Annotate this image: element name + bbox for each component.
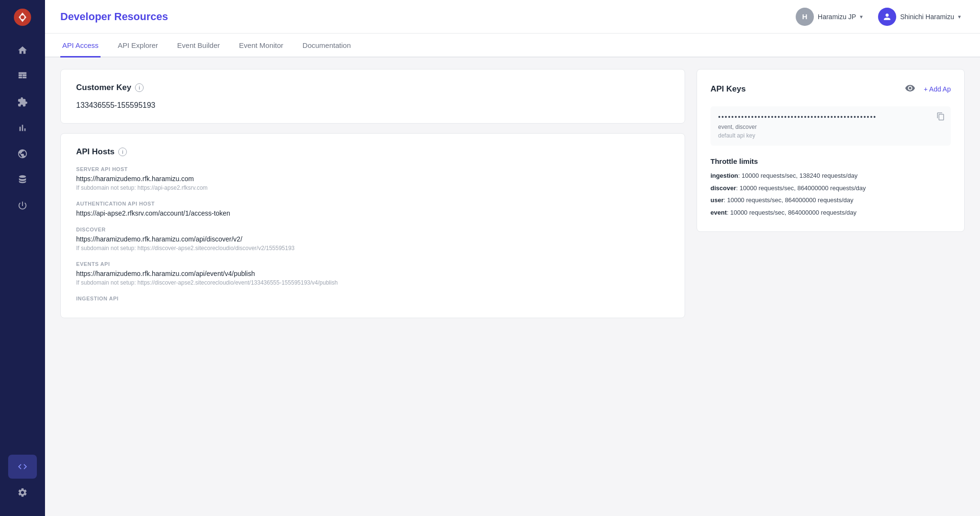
tab-event-monitor[interactable]: Event Monitor	[237, 34, 285, 57]
header-right: H Haramizu JP ▾ Shinichi Haramizu ▾	[792, 6, 965, 28]
add-api-key-button[interactable]: + Add Ap	[924, 85, 951, 93]
main-content: Developer Resources H Haramizu JP ▾ Shin…	[45, 0, 980, 516]
toggle-visibility-button[interactable]	[903, 81, 917, 97]
sidebar-item-plugin[interactable]	[8, 194, 37, 218]
throttle-discover-label: discover	[710, 184, 736, 192]
svg-point-1	[21, 15, 24, 19]
throttle-ingestion-value: 10000 requests/sec, 138240 requests/day	[742, 172, 857, 179]
user-avatar	[878, 8, 896, 26]
api-keys-card: API Keys + Add Ap ••••••••••••••••••••••…	[697, 69, 965, 232]
events-api-note: If subdomain not setup: https://discover…	[76, 279, 669, 286]
customer-key-label: Customer Key	[76, 83, 131, 92]
throttle-discover-value: 10000 requests/sec, 864000000 requests/d…	[740, 184, 866, 192]
sidebar	[0, 0, 45, 516]
right-panel: API Keys + Add Ap ••••••••••••••••••••••…	[697, 69, 965, 232]
ingestion-api-label: INGESTION API	[76, 296, 669, 301]
sidebar-item-settings[interactable]	[8, 481, 37, 505]
api-keys-title: API Keys	[710, 84, 746, 94]
sidebar-item-puzzle[interactable]	[8, 90, 37, 114]
svg-point-2	[19, 175, 26, 178]
api-hosts-info-icon[interactable]: i	[118, 148, 127, 156]
logo	[11, 6, 34, 29]
tab-api-access[interactable]: API Access	[60, 34, 101, 57]
events-api-value: https://haramizudemo.rfk.haramizu.com/ap…	[76, 270, 669, 277]
left-column: Customer Key i 133436555-155595193 API H…	[60, 69, 685, 318]
throttle-event-label: event	[710, 209, 727, 216]
api-hosts-label: API Hosts	[76, 147, 114, 157]
org-name: Haramizu JP	[818, 13, 856, 21]
sidebar-item-database[interactable]	[8, 168, 37, 192]
api-keys-header: API Keys + Add Ap	[710, 81, 951, 97]
throttle-ingestion: ingestion: 10000 requests/sec, 138240 re…	[710, 171, 951, 181]
api-key-name: default api key	[718, 132, 943, 139]
sidebar-item-home[interactable]	[8, 38, 37, 62]
sidebar-item-table[interactable]	[8, 64, 37, 88]
user-chevron-icon: ▾	[958, 13, 961, 20]
sidebar-item-code[interactable]	[8, 455, 37, 479]
org-switcher[interactable]: H Haramizu JP ▾	[792, 6, 867, 28]
auth-api-host-value: https://api-apse2.rfksrv.com/account/1/a…	[76, 209, 669, 217]
throttle-user: user: 10000 requests/sec, 864000000 requ…	[710, 195, 951, 205]
sidebar-bottom	[8, 455, 37, 510]
tab-api-explorer[interactable]: API Explorer	[116, 34, 160, 57]
org-chevron-icon: ▾	[860, 13, 863, 20]
user-name: Shinichi Haramizu	[900, 13, 954, 21]
content-area: Customer Key i 133436555-155595193 API H…	[45, 57, 980, 516]
page-title: Developer Resources	[60, 11, 168, 23]
tabs-bar: API Access API Explorer Event Builder Ev…	[45, 34, 980, 57]
throttle-limits-section: Throttle limits ingestion: 10000 request…	[710, 157, 951, 217]
api-keys-actions: + Add Ap	[903, 81, 951, 97]
discover-note: If subdomain not setup: https://discover…	[76, 245, 669, 252]
server-api-host-value: https://haramizudemo.rfk.haramizu.com	[76, 175, 669, 183]
customer-key-info-icon[interactable]: i	[135, 83, 144, 92]
tab-event-builder[interactable]: Event Builder	[175, 34, 222, 57]
api-key-masked-value: ••••••••••••••••••••••••••••••••••••••••…	[718, 113, 943, 121]
throttle-user-label: user	[710, 196, 723, 204]
header: Developer Resources H Haramizu JP ▾ Shin…	[45, 0, 980, 34]
sidebar-nav	[0, 38, 45, 455]
sidebar-item-chart[interactable]	[8, 116, 37, 140]
throttle-user-value: 10000 requests/sec, 864000000 requests/d…	[727, 196, 854, 204]
discover-value: https://haramizudemo.rfk.haramizu.com/ap…	[76, 235, 669, 243]
server-api-host-label: SERVER API HOST	[76, 166, 669, 172]
customer-key-card: Customer Key i 133436555-155595193	[60, 69, 685, 124]
org-avatar: H	[796, 8, 814, 26]
api-hosts-title: API Hosts i	[76, 147, 669, 157]
throttle-event-value: 10000 requests/sec, 864000000 requests/d…	[730, 209, 856, 216]
throttle-event: event: 10000 requests/sec, 864000000 req…	[710, 208, 951, 218]
auth-api-host-label: AUTHENTICATION API HOST	[76, 201, 669, 206]
api-key-tags: event, discover	[718, 124, 943, 130]
user-switcher[interactable]: Shinichi Haramizu ▾	[874, 6, 965, 28]
tab-documentation[interactable]: Documentation	[301, 34, 353, 57]
sidebar-item-globe[interactable]	[8, 142, 37, 166]
customer-key-value: 133436555-155595193	[76, 101, 669, 110]
discover-label: DISCOVER	[76, 227, 669, 232]
api-key-item: ••••••••••••••••••••••••••••••••••••••••…	[710, 106, 951, 146]
throttle-limits-title: Throttle limits	[710, 157, 951, 165]
server-api-host-note: If subdomain not setup: https://api-apse…	[76, 184, 669, 191]
throttle-discover: discover: 10000 requests/sec, 864000000 …	[710, 183, 951, 193]
customer-key-card-title: Customer Key i	[76, 83, 669, 92]
events-api-label: EVENTS API	[76, 261, 669, 267]
copy-api-key-button[interactable]	[936, 112, 945, 122]
throttle-ingestion-label: ingestion	[710, 172, 738, 179]
api-hosts-card: API Hosts i SERVER API HOST https://hara…	[60, 133, 685, 318]
